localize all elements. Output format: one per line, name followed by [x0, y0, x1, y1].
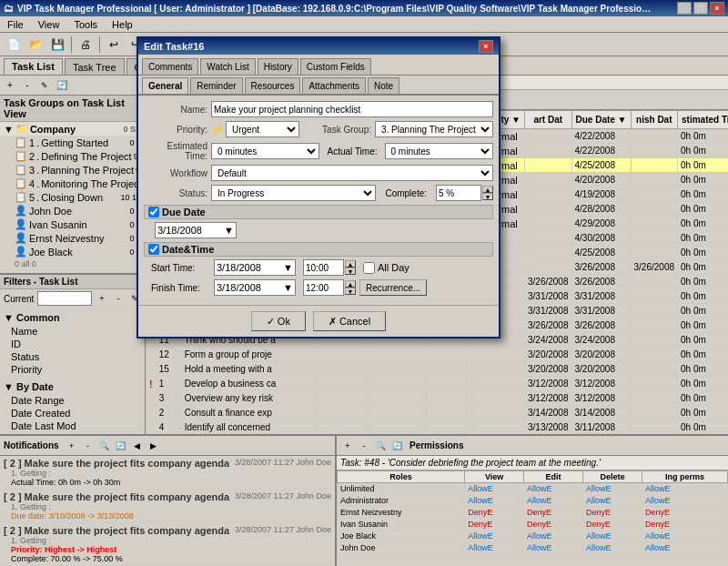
start-time-down[interactable]: ▼: [345, 268, 356, 275]
name-label: Name:: [144, 105, 207, 115]
start-label: Start Time:: [151, 263, 210, 273]
datetime-label: Date&Time: [162, 244, 214, 255]
start-date-field[interactable]: 3/18/2008 ▼: [214, 259, 296, 276]
duedate-value: 3/18/2008: [157, 225, 202, 236]
recurrence-button[interactable]: Recurrence...: [359, 279, 427, 296]
name-row: Name:: [144, 101, 493, 117]
start-date-val: 3/18/2008: [217, 262, 261, 273]
dialog-title-text: Edit Task#16: [144, 41, 204, 52]
finish-date-field[interactable]: 3/18/2008 ▼: [214, 279, 296, 296]
finish-time-up[interactable]: ▲: [345, 280, 356, 288]
complete-up[interactable]: ▲: [482, 186, 493, 193]
priority-label: Priority:: [144, 125, 207, 135]
duedate-section: Due Date: [144, 205, 493, 219]
start-time-up[interactable]: ▲: [345, 260, 356, 268]
taskgroup-select[interactable]: 3. Planning The Project: [375, 121, 493, 137]
dialog-tab-attachments[interactable]: Attachments: [302, 77, 366, 94]
allday-checkbox[interactable]: [363, 262, 375, 274]
duedate-field[interactable]: 3/18/2008 ▼: [155, 222, 237, 238]
dialog-body: Name: Priority: ⚡ Urgent High Normal Low…: [138, 96, 499, 305]
dialog-tab-resources[interactable]: Resources: [245, 77, 301, 94]
edit-task-dialog: Edit Task#16 × Comments Watch List Histo…: [136, 36, 500, 339]
ok-icon: ✓: [267, 316, 275, 328]
taskgroup-label: Task Group:: [303, 125, 371, 135]
complete-label: Complete:: [385, 188, 427, 198]
allday-row: All Day: [363, 262, 410, 274]
finish-time-down[interactable]: ▼: [345, 288, 356, 295]
finish-label: Finish Time:: [151, 283, 210, 293]
start-row: Start Time: 3/18/2008 ▼ ▲ ▼ A: [151, 259, 493, 276]
status-row: Status: In Progress Complete: ▲ ▼: [144, 185, 493, 201]
dialog-sub-tabs: General Reminder Resources Attachments N…: [138, 76, 499, 96]
dialog-buttons-row: ✓ Ok ✗ Cancel: [138, 305, 499, 337]
status-label: Status:: [144, 188, 207, 198]
dialog-tab-watchlist[interactable]: Watch List: [200, 58, 255, 75]
cancel-icon: ✗: [329, 316, 337, 328]
finish-date-arrow: ▼: [283, 282, 293, 293]
actual-select[interactable]: 0 minutes: [385, 143, 493, 159]
dialog-close-btn[interactable]: ×: [479, 40, 493, 53]
datetime-section: Date&Time: [144, 242, 493, 257]
dialog-tab-customfields[interactable]: Custom Fields: [300, 58, 371, 75]
duedate-label: Due Date: [162, 207, 206, 217]
ok-button[interactable]: ✓ Ok: [251, 311, 306, 331]
priority-taskgroup-row: Priority: ⚡ Urgent High Normal Low Task …: [144, 121, 493, 137]
cancel-label: Cancel: [339, 316, 370, 327]
finish-time-spin: ▲ ▼: [345, 280, 356, 295]
name-input[interactable]: [211, 101, 493, 117]
finish-time-input[interactable]: [303, 279, 344, 296]
workflow-label: Workflow: [144, 168, 207, 178]
duedate-arrow: ▼: [224, 225, 234, 236]
priority-select[interactable]: Urgent High Normal Low: [226, 121, 299, 137]
finish-date-val: 3/18/2008: [217, 282, 261, 293]
priority-icon: ⚡: [211, 124, 224, 136]
priority-field: ⚡ Urgent High Normal Low: [211, 121, 299, 137]
complete-spin-btns: ▲ ▼: [482, 186, 493, 200]
workflow-row: Workflow Default: [144, 165, 493, 181]
duedate-checkbox[interactable]: [148, 207, 159, 217]
dialog-title-bar: Edit Task#16 ×: [138, 38, 499, 55]
estimated-select[interactable]: 0 minutes: [211, 143, 319, 159]
ok-label: Ok: [278, 316, 290, 327]
actual-label: Actual Time:: [327, 147, 377, 157]
complete-down[interactable]: ▼: [482, 193, 493, 200]
cancel-button[interactable]: ✗ Cancel: [313, 311, 386, 331]
datetime-body: Start Time: 3/18/2008 ▼ ▲ ▼ A: [144, 259, 493, 296]
datetime-checkbox[interactable]: [148, 244, 159, 255]
start-date-arrow: ▼: [283, 262, 293, 273]
dialog-tab-general[interactable]: General: [142, 77, 188, 94]
dialog-top-tabs: Comments Watch List History Custom Field…: [138, 55, 499, 76]
dialog-tab-comments[interactable]: Comments: [142, 58, 198, 75]
dialog-tab-reminder[interactable]: Reminder: [190, 77, 242, 94]
status-select[interactable]: In Progress: [211, 185, 376, 201]
dialog-overlay: Edit Task#16 × Comments Watch List Histo…: [0, 0, 728, 566]
time-row: Estimated Time: 0 minutes Actual Time: 0…: [144, 141, 493, 161]
finish-row: Finish Time: 3/18/2008 ▼ ▲ ▼ Recurrence.…: [151, 279, 493, 296]
workflow-select[interactable]: Default: [211, 165, 493, 181]
finish-time-spinner: ▲ ▼: [303, 279, 356, 296]
duedate-row: 3/18/2008 ▼: [144, 222, 493, 238]
start-time-spin: ▲ ▼: [345, 260, 356, 275]
estimated-label: Estimated Time:: [144, 141, 207, 161]
dialog-title-controls: ×: [479, 40, 493, 53]
start-time-input[interactable]: [303, 259, 344, 276]
complete-input[interactable]: [436, 185, 481, 201]
dialog-tab-history[interactable]: History: [258, 58, 298, 75]
allday-label: All Day: [378, 262, 410, 273]
start-time-spinner: ▲ ▼: [303, 259, 356, 276]
dialog-tab-note[interactable]: Note: [368, 77, 399, 94]
complete-spinner: ▲ ▼: [436, 185, 493, 201]
